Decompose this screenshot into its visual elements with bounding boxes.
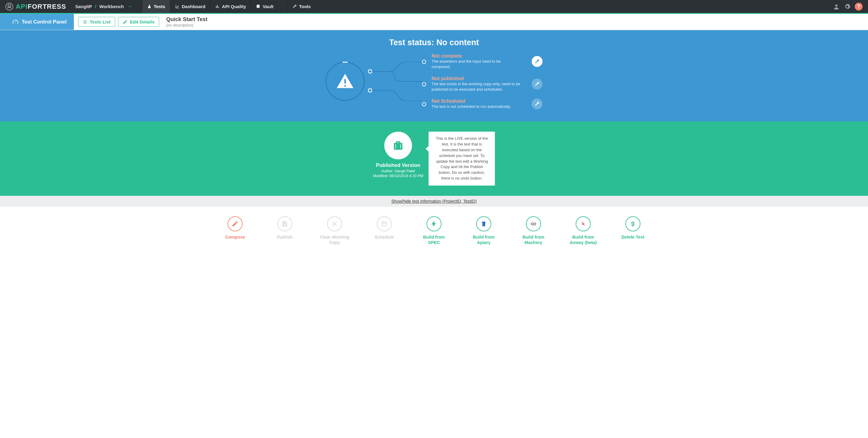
wrench-icon	[292, 4, 297, 9]
action-compose[interactable]: Compose	[218, 216, 252, 245]
status-dial	[326, 62, 365, 101]
chart-line-icon	[175, 4, 180, 9]
action-build-axway[interactable]: Build from Axway (beta)	[567, 216, 600, 245]
breadcrumb-section[interactable]: Workbench	[99, 4, 124, 9]
brand-text-right: FORTRESS	[28, 3, 66, 10]
connectors	[365, 62, 422, 101]
status-3-desc: The test is not scheduled to run automat…	[432, 104, 520, 109]
status-heading: Test status: No content	[6, 38, 862, 47]
panel-title-text: Test Control Panel	[22, 19, 67, 25]
published-area: Published Version Author: Sangit Patel M…	[0, 122, 868, 196]
pencil-icon	[232, 221, 239, 227]
published-tooltip: This is the LIVE version of the test. It…	[429, 132, 495, 186]
info-strip: Show/hide test information (ProjectID, T…	[0, 196, 868, 207]
breadcrumb-user[interactable]: SangitP	[75, 4, 92, 9]
svg-point-3	[835, 4, 837, 6]
action-build-apiary-label: Build from Apiary	[467, 234, 500, 245]
bullet-icon	[422, 60, 426, 64]
bar-chart-icon	[215, 4, 220, 9]
action-schedule: Schedule	[368, 216, 401, 245]
published-modified: Modified: 06/10/2019 4:20 PM	[373, 174, 424, 178]
svg-point-4	[368, 70, 372, 73]
nav-vault-label: Vault	[262, 4, 273, 9]
test-description: (no description)	[166, 23, 208, 28]
action-build-mashery-label: Build from Mashery	[517, 234, 550, 245]
nav-api-quality[interactable]: API Quality	[210, 0, 251, 13]
status-2-wrench-button[interactable]	[532, 79, 542, 90]
edit-details-button[interactable]: Edit Details	[118, 17, 159, 27]
action-delete-label: Delete Test	[621, 234, 644, 240]
edit-details-label: Edit Details	[130, 19, 155, 24]
flask-icon	[147, 4, 152, 9]
action-build-apiary[interactable]: Build from Apiary	[467, 216, 500, 245]
published-title: Published Version	[373, 162, 424, 168]
topnav-right: ?	[833, 0, 868, 13]
action-build-spec[interactable]: Build from SPEC	[417, 216, 451, 245]
database-icon	[256, 4, 260, 9]
test-title-block: Quick Start Test (no description)	[163, 16, 208, 27]
status-1-wrench-button[interactable]	[532, 56, 542, 67]
status-3-title: Not Scheduled	[432, 99, 520, 104]
status-row-2: Not published The test exists in the wor…	[422, 76, 542, 92]
action-build-axway-label: Build from Axway (beta)	[567, 234, 600, 245]
show-hide-info-link[interactable]: Show/hide test information (ProjectID, T…	[392, 199, 477, 204]
nav-vault[interactable]: Vault	[251, 0, 278, 13]
published-version-block: Published Version Author: Sangit Patel M…	[373, 132, 424, 178]
breadcrumb: SangitP / Workbench →	[71, 0, 135, 13]
nav-items: Tests Dashboard API Quality Vault Tools	[142, 0, 315, 13]
action-clear-label: Clear Working Copy	[318, 234, 351, 245]
wrench-icon	[534, 59, 540, 64]
shirt-icon	[480, 221, 487, 227]
bullet-icon	[422, 102, 426, 106]
arrow-right-icon[interactable]: →	[127, 3, 132, 10]
status-2-title: Not published	[432, 76, 520, 81]
action-build-mashery[interactable]: Build from Mashery	[517, 216, 550, 245]
brand-text-left: API	[16, 3, 28, 10]
status-2-desc: The test exists in the working copy only…	[432, 81, 520, 92]
nav-dashboard[interactable]: Dashboard	[170, 0, 210, 13]
bolt-icon	[431, 221, 437, 227]
trash-icon	[629, 221, 636, 227]
action-build-spec-label: Build from SPEC	[417, 234, 451, 245]
calendar-icon	[381, 221, 388, 227]
nav-tests-label: Tests	[154, 4, 165, 9]
breadcrumb-sep: /	[95, 4, 96, 9]
brand-icon	[5, 3, 13, 10]
nav-tools[interactable]: Tools	[287, 0, 315, 13]
user-icon[interactable]	[833, 3, 840, 10]
top-nav: APIFORTRESS SangitP / Workbench → Tests …	[0, 0, 868, 14]
save-icon	[281, 221, 288, 227]
bullet-icon	[422, 82, 426, 87]
status-row-3: Not Scheduled The test is not scheduled …	[422, 99, 542, 109]
tests-list-button[interactable]: Tests List	[78, 17, 115, 27]
action-delete-test[interactable]: Delete Test	[616, 216, 650, 245]
actions-row: Compose Publish Clear Working Copy Sched…	[0, 207, 868, 254]
status-list: Not complete The assertions and the inpu…	[422, 53, 542, 109]
tests-list-label: Tests List	[90, 19, 111, 24]
gauge-icon	[12, 19, 19, 25]
svg-rect-1	[9, 6, 10, 7]
svg-rect-6	[382, 222, 387, 226]
action-publish: Publish	[268, 216, 301, 245]
action-publish-label: Publish	[277, 234, 293, 240]
pencil-icon	[123, 20, 127, 24]
help-icon[interactable]: ?	[855, 3, 863, 10]
action-schedule-label: Schedule	[375, 234, 394, 240]
brand[interactable]: APIFORTRESS	[0, 0, 71, 13]
status-1-title: Not complete	[432, 53, 520, 59]
nav-tests[interactable]: Tests	[142, 0, 170, 13]
suitcase-icon	[392, 139, 404, 152]
published-author: Author: Sangit Patel	[373, 169, 424, 173]
panel-title: Test Control Panel	[0, 14, 74, 30]
action-compose-label: Compose	[225, 234, 245, 240]
axway-icon	[580, 221, 587, 227]
status-row-1: Not complete The assertions and the inpu…	[422, 53, 542, 69]
status-3-wrench-button[interactable]	[532, 99, 542, 109]
nav-tools-label: Tools	[299, 4, 311, 9]
gear-icon[interactable]	[844, 3, 850, 10]
wrench-icon	[534, 81, 540, 87]
published-circle[interactable]	[384, 132, 412, 159]
test-title: Quick Start Test	[166, 16, 208, 23]
status-area: Test status: No content Not complete The…	[0, 30, 868, 122]
status-1-desc: The assertions and the input need to be …	[432, 59, 520, 69]
